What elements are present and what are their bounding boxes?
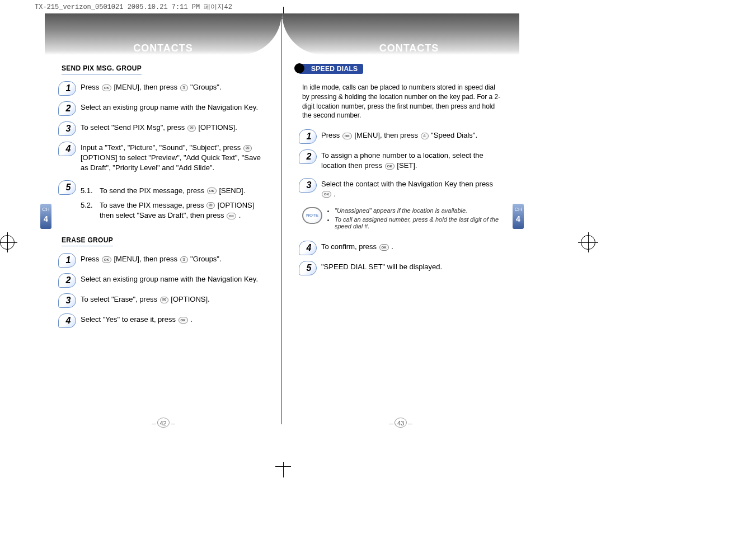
step-number-icon: 2 bbox=[62, 274, 75, 287]
step: 2 To assign a phone number to a location… bbox=[302, 151, 503, 171]
content-right: SPEED DIALS In idle mode, calls can be p… bbox=[282, 60, 519, 274]
page-number-right: 43 bbox=[388, 418, 414, 428]
step-text: Press [MENU], then press 3 "Groups". bbox=[81, 82, 270, 92]
step-text: Press [MENU], then press 3 "Groups". bbox=[81, 254, 270, 264]
note-list: "Unassigned" appears if the location is … bbox=[328, 207, 503, 232]
header-title: CONTACTS bbox=[282, 13, 519, 54]
subhead-send-pix: SEND PIX MSG. GROUP bbox=[62, 64, 142, 74]
step-text: "SPEED DIAL SET" will be displayed. bbox=[321, 262, 503, 272]
header-title: CONTACTS bbox=[45, 13, 281, 54]
subhead-erase-group: ERASE GROUP bbox=[62, 236, 113, 246]
step: 1 Press [MENU], then press 3 "Groups". bbox=[62, 82, 270, 95]
ok-key-icon bbox=[179, 317, 188, 324]
intro-text: In idle mode, calls can be placed to num… bbox=[302, 83, 503, 120]
step-text: 5.1. To send the PIX message, press [SEN… bbox=[81, 181, 270, 221]
ok-key-icon bbox=[207, 188, 217, 194]
step-text: Select "Yes" to erase it, press . bbox=[81, 315, 270, 325]
step-text: Press [MENU], then press 4 "Speed Dials"… bbox=[321, 130, 503, 140]
camera-key-icon bbox=[187, 125, 196, 132]
step-number-icon: 3 bbox=[62, 123, 75, 135]
chapter-number: 4 bbox=[514, 215, 523, 223]
step-text: Input a "Text", "Picture", "Sound", "Sub… bbox=[81, 143, 270, 174]
page-header-left: CONTACTS bbox=[45, 13, 281, 55]
step-number-icon: 1 bbox=[62, 82, 75, 95]
ok-key-icon bbox=[322, 191, 331, 198]
step-text: Select an existing group name with the N… bbox=[81, 102, 270, 113]
camera-key-icon bbox=[243, 145, 252, 152]
ok-key-icon bbox=[102, 256, 111, 263]
chapter-tab-left: CH 4 bbox=[40, 204, 51, 229]
section-pill-speed-dials: SPEED DIALS bbox=[299, 64, 363, 74]
chapter-tab-right: CH 4 bbox=[513, 204, 524, 229]
step-number-icon: 1 bbox=[302, 130, 316, 143]
step: 1 Press [MENU], then press 3 "Groups". bbox=[62, 254, 270, 266]
substep-number: 5.2. bbox=[81, 200, 96, 221]
ok-key-icon bbox=[102, 85, 111, 91]
ok-key-icon bbox=[227, 213, 236, 219]
ok-key-icon bbox=[385, 163, 395, 170]
note-item: "Unassigned" appears if the location is … bbox=[335, 207, 503, 214]
step-number-icon: 2 bbox=[302, 151, 316, 163]
note-badge-icon: NOTE bbox=[302, 207, 322, 224]
step: 2 Select an existing group name with the… bbox=[62, 102, 270, 115]
substep-number: 5.1. bbox=[81, 186, 96, 196]
three-key-icon: 3 bbox=[180, 256, 188, 263]
step-number-icon: 3 bbox=[302, 179, 316, 191]
note-box: NOTE "Unassigned" appears if the locatio… bbox=[302, 207, 503, 232]
camera-key-icon bbox=[206, 202, 215, 209]
step-number-icon: 5 bbox=[62, 181, 75, 194]
step: 3 To select "Send PIX Msg", press [OPTIO… bbox=[62, 123, 270, 135]
step-text: To select "Send PIX Msg", press [OPTIONS… bbox=[81, 123, 270, 133]
step-text: Select the contact with the Navigation K… bbox=[321, 179, 503, 199]
step-number-icon: 4 bbox=[62, 315, 75, 327]
step-text: To select "Erase", press [OPTIONS]. bbox=[81, 294, 270, 305]
note-item: To call an assigned number, press & hold… bbox=[335, 216, 503, 229]
content-left: SEND PIX MSG. GROUP 1 Press [MENU], then… bbox=[45, 60, 281, 327]
step-number-icon: 1 bbox=[62, 254, 75, 266]
ok-key-icon bbox=[342, 133, 352, 139]
step: 1 Press [MENU], then press 4 "Speed Dial… bbox=[302, 130, 503, 143]
step-text: To confirm, press . bbox=[321, 242, 503, 252]
step-number-icon: 4 bbox=[62, 143, 75, 155]
crop-mark-bottom-icon bbox=[275, 456, 292, 473]
page-header-right: CONTACTS bbox=[282, 13, 519, 55]
step: 4 Input a "Text", "Picture", "Sound", "S… bbox=[62, 143, 270, 174]
three-key-icon: 3 bbox=[180, 85, 188, 91]
ok-key-icon bbox=[379, 244, 389, 251]
step-number-icon: 2 bbox=[62, 102, 75, 115]
page-left: CONTACTS CH 4 SEND PIX MSG. GROUP 1 Pres… bbox=[45, 13, 282, 424]
step: 5 "SPEED DIAL SET" will be displayed. bbox=[302, 262, 503, 274]
chapter-number: 4 bbox=[41, 215, 50, 223]
step-text: Select an existing group name with the N… bbox=[81, 274, 270, 284]
step-number-icon: 3 bbox=[62, 294, 75, 307]
page-number-left: 42 bbox=[151, 418, 176, 428]
chapter-label: CH bbox=[515, 207, 522, 212]
step: 4 Select "Yes" to erase it, press . bbox=[62, 315, 270, 327]
step: 3 To select "Erase", press [OPTIONS]. bbox=[62, 294, 270, 307]
step: 4 To confirm, press . bbox=[302, 242, 503, 254]
chapter-label: CH bbox=[43, 207, 50, 212]
camera-key-icon bbox=[160, 297, 168, 303]
step-text: To assign a phone number to a location, … bbox=[321, 151, 503, 171]
step: 2 Select an existing group name with the… bbox=[62, 274, 270, 287]
source-line: TX-215_verizon_0501021 2005.10.21 7:11 P… bbox=[35, 2, 232, 12]
step-number-icon: 4 bbox=[302, 242, 316, 254]
step: 5 5.1. To send the PIX message, press [S… bbox=[62, 181, 270, 221]
registration-mark-right-icon bbox=[581, 235, 595, 250]
four-key-icon: 4 bbox=[421, 133, 429, 139]
registration-mark-left-icon bbox=[0, 235, 15, 250]
step-number-icon: 5 bbox=[302, 262, 316, 274]
step: 3 Select the contact with the Navigation… bbox=[302, 179, 503, 199]
page-right: CONTACTS CH 4 SPEED DIALS In idle mode, … bbox=[282, 13, 519, 424]
